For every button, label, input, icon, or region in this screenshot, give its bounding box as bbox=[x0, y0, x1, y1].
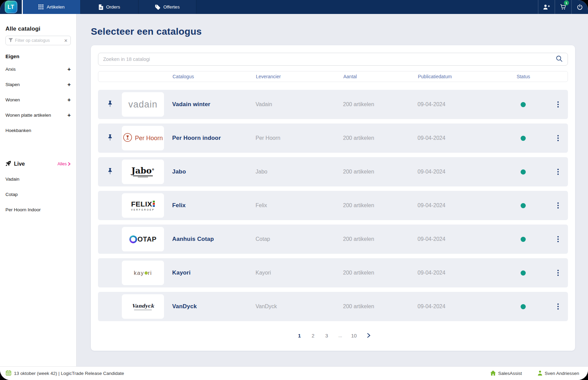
cart-button[interactable]: 1 bbox=[555, 0, 571, 14]
catalog-name[interactable]: Per Hoorn indoor bbox=[164, 135, 256, 142]
row-menu-button[interactable] bbox=[552, 232, 564, 246]
catalog-logo: vadain bbox=[122, 92, 164, 117]
catalog-sidebar: Alle catalogi ✕ Eigen Arxis+Slapen+Wonen… bbox=[0, 14, 77, 366]
column-header-aantal: Aantal bbox=[343, 74, 418, 79]
funnel-icon bbox=[9, 37, 13, 44]
catalog-row-aanhuis-cotap[interactable]: OTAPAanhuis CotapCotap200 artikelen09-04… bbox=[98, 225, 568, 254]
sidebar-item-label: Vadain bbox=[5, 177, 19, 182]
sidebar-item-per-hoorn-indoor[interactable]: Per Hoorn Indoor bbox=[5, 202, 71, 217]
pin-cell[interactable] bbox=[98, 101, 122, 109]
table-header: CatalogusLeverancierAantalPublicatiedatu… bbox=[98, 71, 568, 82]
status-bar: 13 oktober (week 42) | LogicTrade Releas… bbox=[0, 366, 588, 380]
sidebar-item-slapen[interactable]: Slapen+ bbox=[5, 77, 71, 92]
chevron-right-icon bbox=[68, 162, 71, 166]
tab-offertes[interactable]: Offertes bbox=[138, 0, 196, 14]
search-icon[interactable] bbox=[556, 55, 563, 64]
catalog-amount: 200 artikelen bbox=[343, 135, 418, 141]
status-cell bbox=[494, 237, 552, 242]
catalog-name[interactable]: Vadain winter bbox=[164, 101, 256, 108]
page-button-3[interactable]: 3 bbox=[323, 333, 331, 338]
catalog-row-vadain-winter[interactable]: vadainVadain winterVadain200 artikelen09… bbox=[98, 90, 568, 119]
pin-cell[interactable] bbox=[98, 168, 122, 176]
column-header-publicatiedatum: Publicatiedatum bbox=[418, 74, 494, 79]
catalog-logo: Per Hoorn bbox=[122, 126, 164, 150]
plus-icon[interactable]: + bbox=[67, 97, 71, 103]
sidebar-item-arxis[interactable]: Arxis+ bbox=[5, 62, 71, 77]
status-cell bbox=[494, 102, 552, 107]
clear-filter-icon[interactable]: ✕ bbox=[64, 38, 68, 43]
catalog-row-jabo[interactable]: Jabo®JaboJabo200 artikelen09-04-2024 bbox=[98, 157, 568, 186]
sidebar-item-label: Slapen bbox=[5, 82, 20, 87]
catalog-row-felix[interactable]: FELIXVERFGROEPFelixFelix200 artikelen09-… bbox=[98, 191, 568, 220]
pin-cell[interactable] bbox=[98, 134, 122, 142]
catalog-name[interactable]: Jabo bbox=[164, 168, 256, 175]
catalog-row-vandyck[interactable]: VandyckVanDyckVanDyck200 artikelen09-04-… bbox=[98, 292, 568, 321]
tab-orders[interactable]: Orders bbox=[81, 0, 138, 14]
catalog-logo: FELIXVERFGROEP bbox=[122, 193, 164, 218]
sidebar-item-wonen[interactable]: Wonen+ bbox=[5, 92, 71, 108]
main-content: Selecteer een catalogus CatalogusLeveran… bbox=[77, 14, 588, 366]
column-header-catalogus: Catalogus bbox=[164, 74, 256, 79]
search-input[interactable] bbox=[103, 56, 552, 62]
nav-tabs: ArtikelenOrdersOffertes bbox=[23, 0, 196, 14]
catalog-date: 09-04-2024 bbox=[418, 270, 494, 276]
logout-button[interactable] bbox=[571, 0, 588, 14]
catalog-name[interactable]: VanDyck bbox=[164, 303, 256, 310]
status-dot-active bbox=[521, 102, 526, 107]
row-menu-button[interactable] bbox=[552, 131, 564, 145]
sidebar-item-hoekbanken[interactable]: Hoekbanken bbox=[5, 123, 71, 138]
tag-icon bbox=[155, 4, 160, 10]
catalog-logo: Vandyck bbox=[122, 294, 164, 319]
catalog-searchbar bbox=[98, 53, 568, 66]
page-button-10[interactable]: 10 bbox=[350, 333, 358, 338]
catalog-name[interactable]: Felix bbox=[164, 202, 256, 209]
next-page-button[interactable] bbox=[367, 333, 371, 338]
row-menu-button[interactable] bbox=[552, 199, 564, 212]
catalog-rows: vadainVadain winterVadain200 artikelen09… bbox=[98, 90, 568, 321]
sidebar-item-vadain[interactable]: Vadain bbox=[5, 171, 71, 187]
person-add-icon bbox=[543, 4, 550, 10]
catalog-amount: 200 artikelen bbox=[343, 169, 418, 175]
pin-icon[interactable] bbox=[108, 168, 112, 176]
sidebar-item-label: Wonen platte artikelen bbox=[5, 113, 51, 118]
column-header-status: Status bbox=[494, 74, 552, 79]
filter-input[interactable] bbox=[15, 38, 62, 43]
plus-icon[interactable]: + bbox=[67, 81, 71, 88]
catalog-name[interactable]: Aanhuis Cotap bbox=[164, 236, 256, 243]
sidebar-item-wonen-platte-artikelen[interactable]: Wonen platte artikelen+ bbox=[5, 108, 71, 123]
catalog-supplier: Kayori bbox=[256, 270, 343, 276]
sidebar-item-label: Arxis bbox=[5, 67, 16, 72]
plus-icon[interactable]: + bbox=[67, 66, 71, 73]
row-menu-button[interactable] bbox=[552, 98, 564, 111]
lamp-icon bbox=[123, 133, 132, 144]
live-alles-link[interactable]: Alles bbox=[58, 162, 71, 166]
catalog-row-per-hoorn-indoor[interactable]: Per HoornPer Hoorn indoorPer Hoorn200 ar… bbox=[98, 123, 568, 153]
plus-icon[interactable]: + bbox=[67, 112, 71, 119]
page-button-1[interactable]: 1 bbox=[295, 333, 304, 338]
tab-artikelen[interactable]: Artikelen bbox=[23, 0, 81, 14]
status-cell bbox=[494, 304, 552, 309]
catalog-logo: OTAP bbox=[122, 227, 164, 251]
eigen-items: Arxis+Slapen+Wonen+Wonen platte artikele… bbox=[5, 62, 71, 138]
calendar-icon bbox=[6, 370, 11, 377]
row-menu-button[interactable] bbox=[552, 165, 564, 179]
pin-icon[interactable] bbox=[108, 101, 112, 109]
logo-container[interactable]: LT bbox=[0, 0, 23, 14]
catalog-filter: ✕ bbox=[5, 36, 71, 45]
live-items: VadainCotapPer Hoorn Indoor bbox=[5, 171, 71, 217]
rocket-icon bbox=[5, 161, 11, 168]
pin-icon[interactable] bbox=[108, 134, 112, 142]
row-menu-button[interactable] bbox=[552, 266, 564, 280]
user-indicator: Sven Andriessen bbox=[538, 370, 579, 377]
catalog-supplier: Vadain bbox=[256, 101, 343, 108]
pagination: 123...10 bbox=[98, 327, 568, 344]
catalog-name[interactable]: Kayori bbox=[164, 269, 256, 276]
tab-label: Orders bbox=[106, 4, 120, 10]
sidebar-item-cotap[interactable]: Cotap bbox=[5, 187, 71, 202]
page-button-2[interactable]: 2 bbox=[309, 333, 317, 338]
catalog-supplier: Jabo bbox=[256, 169, 343, 175]
add-user-button[interactable] bbox=[538, 0, 555, 14]
row-menu-button[interactable] bbox=[552, 300, 564, 313]
catalog-date: 09-04-2024 bbox=[418, 303, 494, 310]
catalog-row-kayori[interactable]: kayriKayoriKayori200 artikelen09-04-2024 bbox=[98, 258, 568, 287]
